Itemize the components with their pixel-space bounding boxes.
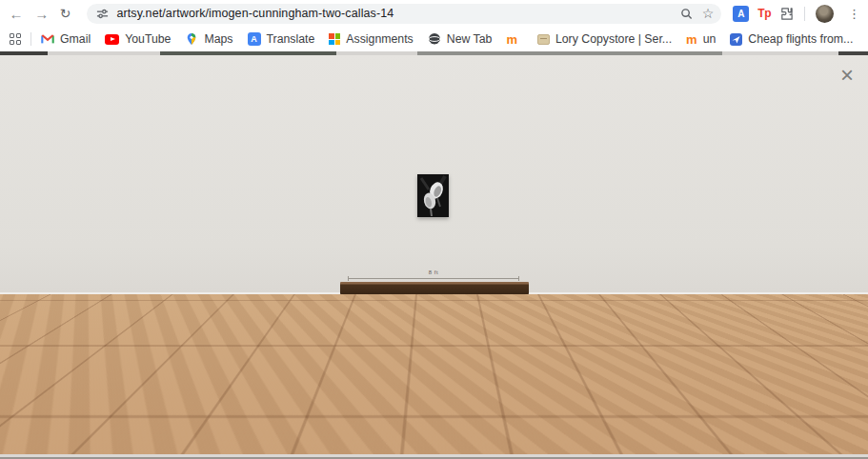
browser-window: ← → ↻ artsy.net/artwork/imogen-cunningha…	[0, 0, 868, 459]
bookmark-label: Translate	[267, 32, 315, 46]
bookmark-label: Lory Copystore | Ser...	[555, 32, 672, 46]
bookmark-cheap-flights[interactable]: Cheap flights from...	[730, 32, 853, 46]
bookmark-label: Cheap flights from...	[748, 32, 853, 46]
bench-scale-label: 8 ft	[386, 269, 481, 275]
floor-shading	[0, 388, 868, 454]
bookmark-label: Maps	[204, 32, 232, 46]
bookmark-label: un	[703, 32, 717, 46]
bookmark-youtube[interactable]: YouTube	[105, 32, 171, 46]
bench-scale-ruler	[348, 278, 519, 279]
gmail-icon	[41, 32, 54, 46]
close-icon[interactable]: ×	[835, 63, 859, 88]
bookmark-gmail[interactable]: Gmail	[41, 32, 91, 46]
artwork-two-callas	[417, 174, 449, 217]
bookmark-maps[interactable]: Maps	[185, 32, 232, 46]
bookmark-label: YouTube	[125, 32, 171, 46]
gallery-bench	[340, 282, 529, 294]
browser-toolbar: ← → ↻ artsy.net/artwork/imogen-cunningha…	[0, 0, 868, 27]
bookmarks-divider	[30, 32, 31, 46]
bookmarks-bar: Gmail YouTube Maps A Translate Assignmen…	[0, 27, 868, 51]
bookmark-assignments[interactable]: Assignments	[329, 32, 413, 46]
address-bar[interactable]: artsy.net/artwork/imogen-cunningham-two-…	[87, 4, 721, 24]
profile-avatar[interactable]	[816, 5, 834, 23]
menu-kebab-icon[interactable]: ⋮	[848, 7, 860, 21]
bookmark-label: Assignments	[346, 32, 413, 46]
bookmark-lory-copystore[interactable]: Lory Copystore | Ser...	[537, 32, 672, 46]
translate-icon: A	[248, 32, 261, 46]
copystore-icon	[537, 34, 550, 45]
bench-leg-left	[339, 293, 362, 325]
translate-extension-icon[interactable]: A	[733, 6, 749, 22]
globe-icon	[428, 32, 441, 46]
bookmark-label: Gmail	[60, 32, 91, 46]
zoom-icon[interactable]	[680, 8, 693, 20]
maps-pin-icon	[185, 32, 198, 46]
forward-icon[interactable]: →	[31, 3, 52, 24]
url-text[interactable]: artsy.net/artwork/imogen-cunningham-two-…	[116, 7, 394, 20]
apps-grid-icon[interactable]	[10, 33, 22, 46]
bookmark-star-icon[interactable]: ☆	[702, 7, 715, 20]
toolbar-divider	[804, 7, 805, 21]
bookmark-new-tab[interactable]: New Tab	[428, 32, 493, 46]
back-icon[interactable]: ←	[6, 3, 27, 24]
extensions-puzzle-icon[interactable]	[779, 7, 794, 21]
bookmark-moodle[interactable]: m	[506, 33, 523, 46]
moodle-icon: m	[506, 33, 517, 46]
bookmark-translate[interactable]: A Translate	[248, 32, 315, 46]
flights-icon	[730, 33, 742, 46]
bench-leg-right	[506, 293, 529, 325]
site-settings-icon[interactable]	[96, 8, 109, 20]
moodle-icon: m	[686, 33, 697, 46]
ms-grid-icon	[329, 33, 340, 45]
youtube-icon	[105, 34, 119, 45]
reload-icon[interactable]: ↻	[55, 3, 76, 24]
bookmark-un[interactable]: m un	[686, 32, 716, 46]
tp-extension-icon[interactable]: Tp	[757, 7, 771, 20]
bookmark-label: New Tab	[447, 32, 493, 46]
extensions-area: A Tp ⋮	[733, 5, 868, 23]
bench-under-shadow	[354, 293, 515, 322]
